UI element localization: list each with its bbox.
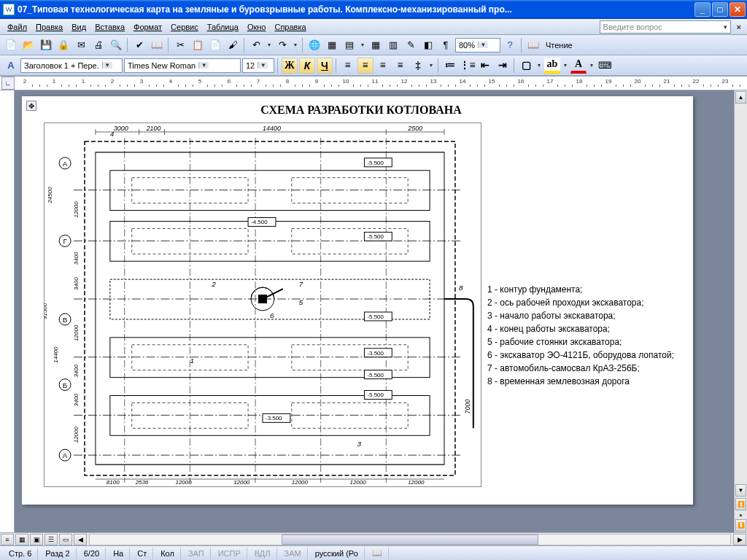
style-combo[interactable]: Заголовок 1 + Пере.▼ [20,58,123,73]
menu-file[interactable]: Файл [3,21,31,33]
hscroll-right-button[interactable]: ▶ [733,534,746,545]
undo-dropdown[interactable]: ▾ [266,42,273,48]
maximize-button[interactable]: □ [712,2,728,17]
bullets-button[interactable]: ⋮≡ [460,58,476,74]
svg-text:12000: 12000 [73,427,80,443]
document-area[interactable]: ✥ СХЕМА РАЗРАБОТКИ КОТЛОВАНА [15,90,734,532]
scroll-up-button[interactable]: ▲ [735,91,746,104]
svg-text:3400: 3400 [73,364,80,377]
align-left-button[interactable]: ≡ [340,58,356,74]
status-book-icon[interactable]: 📖 [366,548,389,559]
status-rec[interactable]: ЗАП [182,548,211,559]
research-button[interactable]: 📖 [149,37,165,53]
menu-insert[interactable]: Вставка [90,21,129,33]
font-size-combo[interactable]: 12▼ [242,58,274,73]
vertical-scrollbar[interactable]: ▲ ▼ ⏫ ● ⏬ [734,90,747,532]
page: ✥ СХЕМА РАЗРАБОТКИ КОТЛОВАНА [22,96,693,505]
redo-button[interactable]: ↷ [274,37,290,53]
svg-text:14400: 14400 [263,125,281,132]
show-codes-button[interactable]: ¶ [438,37,454,53]
font-color-button[interactable]: A [570,58,587,74]
line-spacing-button[interactable]: ‡ [410,58,426,74]
prev-page-button[interactable]: ⏫ [735,498,746,510]
status-lang[interactable]: русский (Ро [309,548,365,559]
table-move-handle[interactable]: ✥ [26,101,36,111]
scroll-down-button[interactable]: ▼ [735,484,746,497]
hyperlink-button[interactable]: 🌐 [306,37,322,53]
doc-map-button[interactable]: ◧ [420,37,436,53]
copy-button[interactable]: 📋 [190,37,206,53]
formatting-toolbar: A Заголовок 1 + Пере.▼ Times New Roman▼ … [0,55,747,76]
align-center-button[interactable]: ≡ [357,58,374,74]
format-painter-button[interactable]: 🖌 [225,37,241,53]
excel-button[interactable]: ▦ [368,37,384,53]
undo-button[interactable]: ↶ [248,37,264,53]
numbering-button[interactable]: ≔ [442,58,458,74]
menu-edit[interactable]: Правка [31,21,67,33]
highlight-button[interactable]: ab [544,58,560,74]
outdent-button[interactable]: ⇤ [477,58,493,74]
tab-selector[interactable]: ∟ [1,77,15,90]
new-button[interactable]: 📄 [3,37,19,53]
spellcheck-button[interactable]: ✔ [131,37,147,53]
redo-dropdown[interactable]: ▾ [292,42,299,48]
save-button[interactable]: 💾 [38,37,54,53]
reading-view-button[interactable]: ▭ [59,534,72,545]
svg-text:12000: 12000 [73,201,80,218]
lang-button[interactable]: ⌨ [597,58,613,74]
svg-text:5: 5 [299,298,303,306]
status-trk[interactable]: ИСПР [212,548,247,559]
permissions-button[interactable]: 🔒 [55,37,71,53]
font-combo[interactable]: Times New Roman▼ [124,58,241,73]
menu-table[interactable]: Таблица [203,21,243,33]
drawing-button[interactable]: ✎ [403,37,419,53]
menu-window[interactable]: Окно [243,21,271,33]
paste-button[interactable]: 📄 [207,37,223,53]
insert-table-button[interactable]: ▤ [341,37,357,53]
svg-text:8100: 8100 [107,479,120,486]
browse-object-button[interactable]: ● [735,511,747,518]
status-ext[interactable]: ВДЛ [249,548,277,559]
styles-pane-button[interactable]: A [3,58,19,74]
help-button[interactable]: ? [502,37,518,53]
help-search-input[interactable]: Введите вопрос [600,20,731,34]
align-justify-button[interactable]: ≡ [392,58,409,74]
tables-borders-button[interactable]: ▦ [324,37,340,53]
doc-close-button[interactable]: × [734,23,744,31]
horizontal-ruler[interactable]: ∟ 21123456789101112131415161718192021222… [0,76,747,90]
indent-button[interactable]: ⇥ [495,58,511,74]
status-ovr[interactable]: ЗАМ [279,548,308,559]
normal-view-button[interactable]: ≡ [1,534,14,545]
next-page-button[interactable]: ⏬ [735,519,746,532]
columns-button[interactable]: ▥ [385,37,401,53]
svg-text:Б: Б [63,381,68,389]
align-right-button[interactable]: ≡ [375,58,391,74]
close-button[interactable]: ✕ [729,2,746,17]
svg-text:4: 4 [110,130,115,138]
svg-text:8: 8 [459,284,463,292]
reading-label[interactable]: Чтение [543,41,576,50]
menu-format[interactable]: Формат [129,21,166,33]
print-preview-button[interactable]: 🔍 [108,37,124,53]
underline-button[interactable]: Ч [317,58,333,74]
minimize-button[interactable]: _ [694,2,711,17]
cut-button[interactable]: ✂ [172,37,188,53]
menu-view[interactable]: Вид [67,21,90,33]
italic-button[interactable]: К [299,58,315,74]
hscroll-left-button[interactable]: ◀ [74,534,87,545]
open-button[interactable]: 📂 [20,37,36,53]
drawing-legend: 1 - контур фундамента; 2 - ось рабочей п… [487,122,678,487]
horizontal-scrollbar[interactable] [89,534,731,545]
bold-button[interactable]: Ж [282,58,298,74]
borders-button[interactable]: ▢ [518,58,534,74]
reading-icon[interactable]: 📖 [525,37,541,53]
zoom-combo[interactable]: 80%▼ [455,38,500,52]
vertical-ruler[interactable] [0,90,15,532]
print-view-button[interactable]: ▣ [30,534,43,545]
web-view-button[interactable]: ▦ [15,534,28,545]
mail-button[interactable]: ✉ [73,37,89,53]
menu-help[interactable]: Справка [270,21,310,33]
outline-view-button[interactable]: ☰ [44,534,58,545]
print-button[interactable]: 🖨 [90,37,107,53]
menu-tools[interactable]: Сервис [166,21,203,33]
